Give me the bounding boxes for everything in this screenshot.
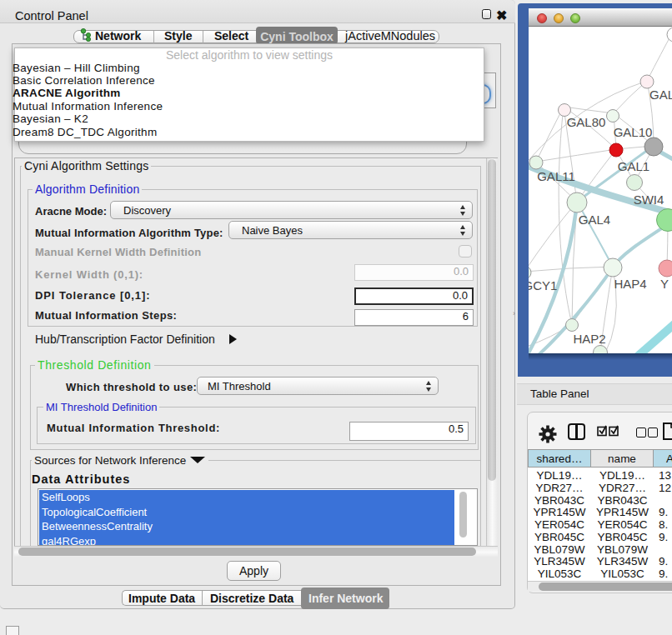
svg-text:GCY1: GCY1 [529, 278, 557, 292]
svg-text:HAP4: HAP4 [614, 277, 646, 291]
svg-text:GAL80: GAL80 [567, 115, 606, 129]
svg-text:GAL7: GAL7 [649, 88, 672, 102]
svg-text:GAL11: GAL11 [537, 169, 575, 183]
svg-text:SWI4: SWI4 [634, 192, 664, 207]
svg-text:GAL10: GAL10 [614, 125, 653, 139]
svg-text:GAL4: GAL4 [579, 212, 610, 227]
svg-text:Y: Y [660, 277, 669, 291]
svg-text:GAL1: GAL1 [618, 159, 649, 173]
svg-text:HAP2: HAP2 [573, 332, 605, 346]
